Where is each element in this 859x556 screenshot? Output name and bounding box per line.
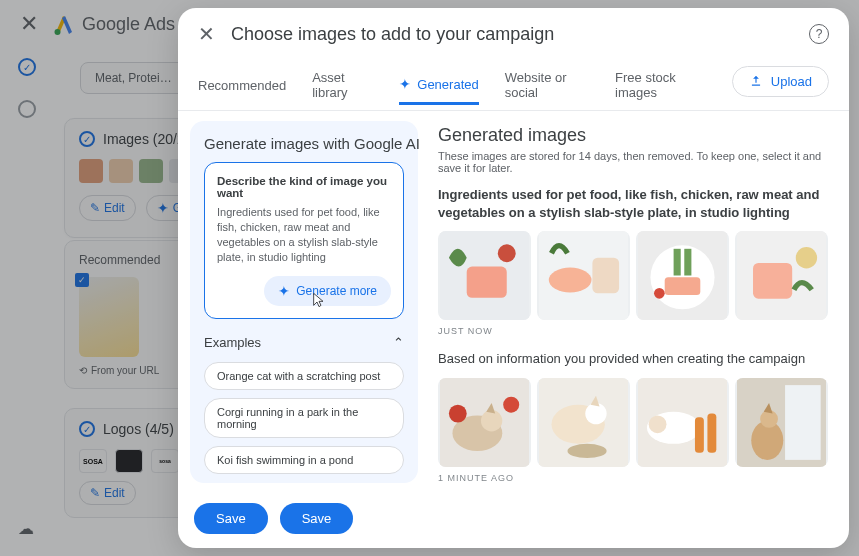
svg-point-19 (449, 404, 467, 422)
tab-recommended[interactable]: Recommended (198, 68, 286, 103)
help-icon[interactable]: ? (809, 24, 829, 44)
tab-website[interactable]: Website or social (505, 60, 589, 110)
example-chip[interactable]: Corgi running in a park in the morning (204, 398, 404, 438)
timestamp: 1 minute ago (438, 473, 829, 483)
sparkle-icon: ✦ (399, 76, 411, 92)
cursor-icon (312, 292, 326, 308)
svg-point-20 (503, 396, 519, 412)
svg-point-15 (796, 247, 817, 268)
upload-icon (749, 74, 763, 88)
generate-title: Generate images with Google AI (204, 135, 404, 152)
svg-rect-31 (785, 385, 821, 460)
view-more-button[interactable]: View more (204, 486, 404, 493)
examples-toggle[interactable]: Examples ⌃ (204, 335, 404, 350)
generated-image[interactable] (537, 231, 630, 320)
generated-image[interactable] (537, 378, 630, 467)
tab-generated[interactable]: ✦Generated (399, 66, 478, 105)
timestamp: Just now (438, 326, 829, 336)
chevron-up-icon: ⌃ (393, 335, 404, 350)
generated-image[interactable] (636, 231, 729, 320)
image-chooser-modal: ✕ Choose images to add to your campaign … (178, 8, 849, 548)
prompt-box[interactable]: Describe the kind of image you want Ingr… (204, 162, 404, 319)
svg-rect-29 (707, 413, 716, 452)
results-title: Generated images (438, 125, 829, 146)
svg-point-3 (498, 244, 516, 262)
svg-point-23 (585, 403, 606, 424)
svg-rect-14 (753, 263, 792, 299)
tab-asset-library[interactable]: Asset library (312, 60, 373, 110)
svg-rect-2 (467, 267, 507, 298)
generated-image[interactable] (438, 378, 531, 467)
close-modal-button[interactable]: ✕ (198, 22, 215, 46)
group-title: Ingredients used for pet food, like fish… (438, 186, 828, 221)
save-button[interactable]: Save (194, 503, 268, 534)
svg-rect-11 (684, 249, 691, 276)
generate-more-button[interactable]: ✦ Generate more (264, 276, 391, 306)
save-button[interactable]: Save (280, 503, 354, 534)
svg-point-12 (654, 288, 665, 299)
svg-point-27 (649, 415, 667, 433)
svg-point-5 (549, 268, 592, 293)
modal-title: Choose images to add to your campaign (231, 24, 793, 45)
upload-button[interactable]: Upload (732, 66, 829, 97)
generated-image[interactable] (438, 231, 531, 320)
generated-image[interactable] (636, 378, 729, 467)
svg-rect-9 (665, 277, 701, 295)
example-chip[interactable]: Orange cat with a scratching post (204, 362, 404, 390)
svg-point-18 (481, 410, 502, 431)
generate-panel: Generate images with Google AI Describe … (190, 121, 418, 483)
tab-stock[interactable]: Free stock images (615, 60, 706, 110)
prompt-label: Describe the kind of image you want (217, 175, 391, 199)
results-subtitle: These images are stored for 14 days, the… (438, 150, 829, 174)
results-panel: Generated images These images are stored… (418, 111, 849, 493)
example-chip[interactable]: Koi fish swimming in a pond (204, 446, 404, 474)
svg-rect-10 (674, 249, 681, 276)
generated-image[interactable] (735, 231, 828, 320)
svg-point-24 (567, 444, 606, 458)
svg-rect-28 (695, 417, 704, 453)
svg-rect-6 (592, 258, 619, 294)
sparkle-icon: ✦ (278, 283, 290, 299)
generated-image[interactable] (735, 378, 828, 467)
prompt-input[interactable]: Ingredients used for pet food, like fish… (217, 205, 391, 264)
group-title: Based on information you provided when c… (438, 350, 828, 368)
